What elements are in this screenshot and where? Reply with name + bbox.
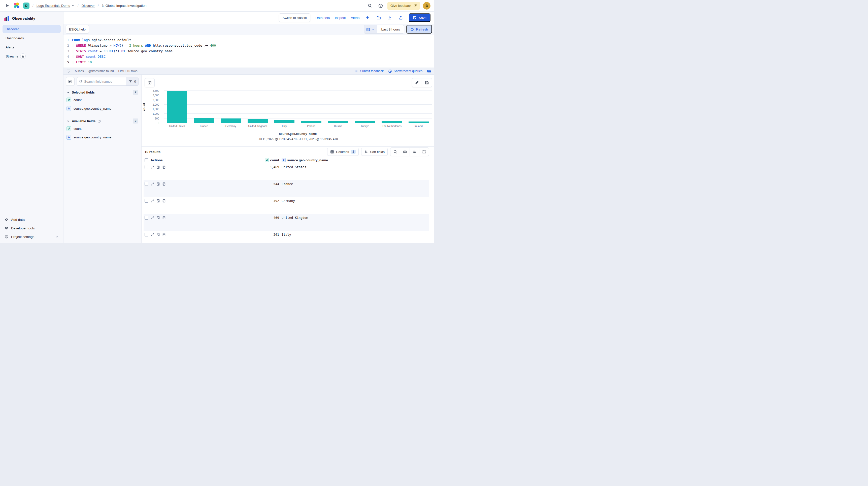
give-feedback-button[interactable]: Give feedback <box>388 2 420 10</box>
country-cell[interactable]: United Kingdom <box>280 216 429 220</box>
display-options-icon[interactable] <box>409 148 419 156</box>
chevron-down-icon[interactable] <box>66 119 70 123</box>
chart-bar[interactable] <box>167 91 187 123</box>
field-list-item[interactable]: #count <box>66 96 139 103</box>
data-sets-link[interactable]: Data sets <box>315 16 330 20</box>
country-cell[interactable]: Italy <box>280 233 429 236</box>
table-row[interactable]: 544France <box>144 180 429 197</box>
chart-visibility-icon[interactable] <box>145 78 155 87</box>
sidebar-item-project-settings[interactable]: Project settings <box>2 232 61 241</box>
code-line[interactable]: 5| LIMIT 10 <box>63 59 434 65</box>
field-filter-button[interactable]: 0 <box>126 77 138 85</box>
open-folder-icon[interactable] <box>376 15 382 21</box>
help-icon[interactable] <box>377 2 384 9</box>
field-list-item[interactable]: ksource.geo.country_name <box>66 105 139 112</box>
code-line[interactable]: 3| STATS count = COUNT(*) BY source.geo.… <box>63 49 434 54</box>
count-cell[interactable]: 492 <box>167 199 280 203</box>
sidebar-item-alerts[interactable]: Alerts <box>2 43 61 51</box>
count-cell[interactable]: 301 <box>167 233 280 236</box>
expand-row-icon[interactable] <box>151 182 154 186</box>
row-checkbox[interactable] <box>145 165 148 169</box>
chart-bar[interactable] <box>274 120 294 123</box>
sidebar-item-add-data[interactable]: Add data <box>2 215 61 224</box>
esql-help-button[interactable]: ES|QL help <box>66 25 89 33</box>
chart-bar[interactable] <box>248 119 268 123</box>
count-cell[interactable]: 3,469 <box>167 165 280 169</box>
search-icon[interactable] <box>366 2 374 9</box>
help-circle-icon[interactable] <box>97 119 101 123</box>
row-checkbox[interactable] <box>145 216 148 220</box>
breadcrumb-discover[interactable]: Discover <box>82 4 95 7</box>
chart-bar[interactable] <box>408 121 429 123</box>
show-recent-queries-link[interactable]: Show recent queries <box>388 69 423 73</box>
keyboard-shortcuts-icon[interactable] <box>400 148 409 156</box>
share-icon[interactable] <box>398 15 404 21</box>
field-search-input[interactable] <box>84 77 126 85</box>
sort-fields-button[interactable]: Sort fields <box>361 148 388 156</box>
code-line[interactable]: 2| WHERE @timestamp > NOW() - 3 hours AN… <box>63 43 434 49</box>
edit-visualization-icon[interactable] <box>412 78 422 87</box>
expand-row-icon[interactable] <box>151 199 154 203</box>
calendar-icon[interactable] <box>364 25 377 33</box>
row-details-icon[interactable] <box>162 233 166 236</box>
keyboard-shortcuts-icon[interactable] <box>427 69 432 73</box>
count-cell[interactable]: 469 <box>167 216 280 220</box>
degraded-docs-icon[interactable] <box>156 233 160 236</box>
breadcrumb-project[interactable]: Logs Essentials Demo <box>36 4 74 7</box>
date-picker[interactable]: Last 3 hours <box>364 25 404 33</box>
country-cell[interactable]: United States <box>280 165 429 169</box>
chart-bar[interactable] <box>301 121 321 123</box>
project-badge[interactable]: D <box>23 2 29 9</box>
row-details-icon[interactable] <box>162 182 166 186</box>
degraded-docs-icon[interactable] <box>156 216 160 220</box>
download-icon[interactable] <box>386 15 393 21</box>
degraded-docs-icon[interactable] <box>156 165 160 169</box>
collapse-nav-icon[interactable] <box>3 2 10 9</box>
switch-to-classic-button[interactable]: Switch to classic <box>279 13 310 22</box>
table-row[interactable]: 469United Kingdom <box>144 214 429 231</box>
columns-button[interactable]: Columns 2 <box>327 148 359 156</box>
chart-bar[interactable] <box>382 121 402 123</box>
search-in-table-icon[interactable] <box>391 148 400 156</box>
elastic-logo[interactable] <box>13 2 20 9</box>
count-cell[interactable]: 544 <box>167 182 280 186</box>
country-cell[interactable]: France <box>280 182 429 186</box>
chart-plot[interactable] <box>164 91 432 123</box>
chart-bar[interactable] <box>355 121 375 123</box>
sidebar-item-dashboards[interactable]: Dashboards <box>2 34 61 42</box>
chart-bar[interactable] <box>194 118 214 123</box>
sidebar-item-developer-tools[interactable]: Developer tools <box>2 224 61 232</box>
row-checkbox[interactable] <box>145 182 148 186</box>
table-row[interactable]: 492Germany <box>144 197 429 214</box>
esql-editor[interactable]: 1FROM logs-nginx.access-default2| WHERE … <box>63 35 434 67</box>
select-all-checkbox[interactable] <box>145 158 148 162</box>
country-column-header[interactable]: k source.geo.country_name <box>280 158 429 162</box>
code-line[interactable]: 4| SORT count DESC <box>63 54 434 59</box>
expand-row-icon[interactable] <box>151 165 154 169</box>
count-column-header[interactable]: # count <box>167 158 280 162</box>
field-list-item[interactable]: #count <box>66 125 139 132</box>
chart-bar[interactable] <box>221 118 241 123</box>
degraded-docs-icon[interactable] <box>156 182 160 186</box>
alerts-link[interactable]: Alerts <box>351 16 360 20</box>
row-checkbox[interactable] <box>145 199 148 203</box>
table-row[interactable]: 3,469United States <box>144 163 429 180</box>
chevron-down-icon[interactable] <box>66 91 70 94</box>
row-details-icon[interactable] <box>162 165 166 169</box>
avatar[interactable]: B <box>423 2 431 9</box>
inspect-link[interactable]: Inspect <box>335 16 346 20</box>
row-details-icon[interactable] <box>162 216 166 220</box>
submit-feedback-link[interactable]: Submit feedback <box>355 69 383 73</box>
expand-row-icon[interactable] <box>151 233 154 236</box>
country-cell[interactable]: Germany <box>280 199 429 203</box>
wrap-lines-icon[interactable] <box>66 69 70 73</box>
sidebar-item-streams[interactable]: Streams <box>2 52 61 60</box>
expand-row-icon[interactable] <box>151 216 154 220</box>
row-checkbox[interactable] <box>145 233 148 236</box>
fullscreen-icon[interactable] <box>419 148 429 156</box>
new-session-plus-icon[interactable] <box>365 15 371 21</box>
refresh-button[interactable]: Refresh <box>406 25 432 33</box>
save-button[interactable]: Save <box>409 13 431 22</box>
chart-bar[interactable] <box>328 121 348 123</box>
collapse-fields-panel-icon[interactable] <box>66 77 74 86</box>
